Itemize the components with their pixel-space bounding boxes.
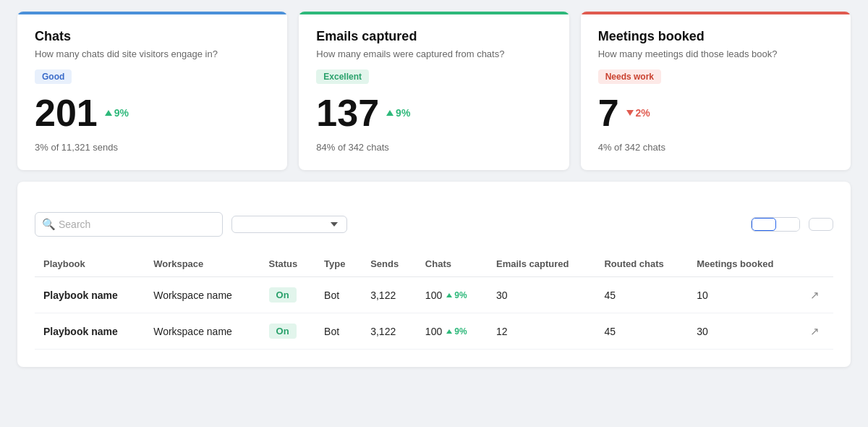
search-icon: 🔍 bbox=[42, 218, 56, 231]
card-badge: Excellent bbox=[316, 69, 369, 84]
card-value: 137 bbox=[316, 94, 379, 132]
sends-cell: 3,122 bbox=[362, 277, 417, 313]
sends-cell: 3,122 bbox=[362, 313, 417, 350]
card-change: 9% bbox=[105, 107, 129, 119]
card-change-value: 9% bbox=[114, 107, 129, 119]
card-change-value: 2% bbox=[636, 107, 650, 119]
table-column-header: Playbook bbox=[35, 251, 145, 277]
card-value-row: 137 9% bbox=[316, 94, 551, 132]
type-cell: Bot bbox=[315, 313, 362, 350]
workspace-name: Workspace name bbox=[145, 277, 260, 313]
card-title: Emails captured bbox=[316, 29, 551, 44]
card-change: 9% bbox=[386, 107, 410, 119]
arrow-up-icon bbox=[105, 110, 112, 116]
meetings-booked-cell: 30 bbox=[688, 313, 801, 350]
status-badge: On bbox=[269, 324, 297, 339]
status-badge: On bbox=[269, 287, 297, 303]
view-toggle bbox=[751, 217, 800, 232]
chats-change: 9% bbox=[446, 326, 467, 337]
routed-chats-cell: 45 bbox=[595, 313, 688, 350]
arrow-up-icon bbox=[386, 110, 393, 116]
workspace-name: Workspace name bbox=[145, 313, 260, 350]
card-title: Meetings booked bbox=[598, 29, 833, 44]
card-value-row: 201 9% bbox=[35, 94, 270, 132]
table-column-header: Emails captured bbox=[488, 251, 595, 277]
table-column-header: Meetings booked bbox=[688, 251, 801, 277]
search-wrapper: 🔍 bbox=[35, 212, 223, 237]
chats-change-value: 9% bbox=[454, 326, 467, 337]
table-header: PlaybookWorkspaceStatusTypeSendsChatsEma… bbox=[35, 251, 833, 277]
arrow-up-small-icon bbox=[446, 293, 452, 297]
chats-change: 9% bbox=[446, 290, 467, 300]
card-footer: 3% of 11,321 sends bbox=[35, 142, 270, 153]
card-subtitle: How many meetings did those leads book? bbox=[598, 48, 833, 59]
meetings-booked-cell: 10 bbox=[688, 277, 801, 313]
card-badge: Needs work bbox=[598, 69, 661, 84]
table-column-header: Sends bbox=[362, 251, 417, 277]
card-value: 201 bbox=[35, 94, 98, 132]
chats-cell: 100 9% bbox=[417, 313, 488, 350]
emails-captured-cell: 30 bbox=[488, 277, 595, 313]
chats-change-value: 9% bbox=[454, 290, 467, 300]
table-row: Playbook name Workspace name On Bot 3,12… bbox=[35, 277, 833, 313]
arrow-up-small-icon bbox=[446, 329, 452, 334]
card-badge: Good bbox=[35, 69, 72, 84]
external-link-icon[interactable]: ↗ bbox=[810, 289, 820, 301]
export-csv-button[interactable] bbox=[809, 218, 833, 231]
card-change: 2% bbox=[626, 107, 650, 119]
table-column-header: Chats bbox=[417, 251, 488, 277]
external-link-icon[interactable]: ↗ bbox=[810, 325, 820, 337]
playbooks-table: PlaybookWorkspaceStatusTypeSendsChatsEma… bbox=[35, 251, 833, 350]
card-subtitle: How many emails were captured from chats… bbox=[316, 48, 551, 59]
playbook-name: Playbook name bbox=[35, 277, 145, 313]
playbook-name: Playbook name bbox=[35, 313, 145, 350]
external-link-cell[interactable]: ↗ bbox=[801, 313, 833, 350]
metric-card-chats: Chats How many chats did site visitors e… bbox=[17, 12, 287, 170]
search-input[interactable] bbox=[35, 212, 223, 237]
card-change-value: 9% bbox=[396, 107, 410, 119]
card-footer: 4% of 342 chats bbox=[598, 142, 833, 153]
chats-cell: 100 9% bbox=[417, 277, 488, 313]
card-value-row: 7 2% bbox=[598, 94, 833, 132]
table-column-header: Routed chats bbox=[595, 251, 688, 277]
table-row: Playbook name Workspace name On Bot 3,12… bbox=[35, 313, 833, 350]
table-column-header: Type bbox=[315, 251, 362, 277]
card-footer: 84% of 342 chats bbox=[316, 142, 551, 153]
card-value: 7 bbox=[598, 94, 619, 132]
emails-captured-cell: 12 bbox=[488, 313, 595, 350]
table-column-header: Workspace bbox=[145, 251, 260, 277]
table-column-header: Status bbox=[260, 251, 316, 277]
chats-value: 100 bbox=[425, 326, 442, 337]
chevron-down-icon bbox=[331, 222, 338, 227]
status-cell: On bbox=[260, 277, 316, 313]
chats-value: 100 bbox=[425, 289, 442, 301]
playbooks-section: 🔍 PlaybookWorkspaceStatusTypeSendsChatsE… bbox=[17, 182, 851, 367]
controls-row: 🔍 bbox=[35, 212, 833, 237]
routed-chats-cell: 45 bbox=[595, 277, 688, 313]
arrow-down-icon bbox=[626, 110, 634, 116]
card-subtitle: How many chats did site visitors engage … bbox=[35, 48, 270, 59]
table-column-header bbox=[801, 251, 833, 277]
toggle-number-button[interactable] bbox=[752, 218, 776, 231]
toggle-percent-button[interactable] bbox=[776, 218, 799, 231]
workspace-dropdown[interactable] bbox=[231, 216, 347, 233]
status-cell: On bbox=[260, 313, 316, 350]
metric-card-emails: Emails captured How many emails were cap… bbox=[299, 12, 569, 170]
external-link-cell[interactable]: ↗ bbox=[801, 277, 833, 313]
card-title: Chats bbox=[35, 29, 270, 44]
type-cell: Bot bbox=[315, 277, 362, 313]
metric-card-meetings: Meetings booked How many meetings did th… bbox=[581, 12, 851, 170]
